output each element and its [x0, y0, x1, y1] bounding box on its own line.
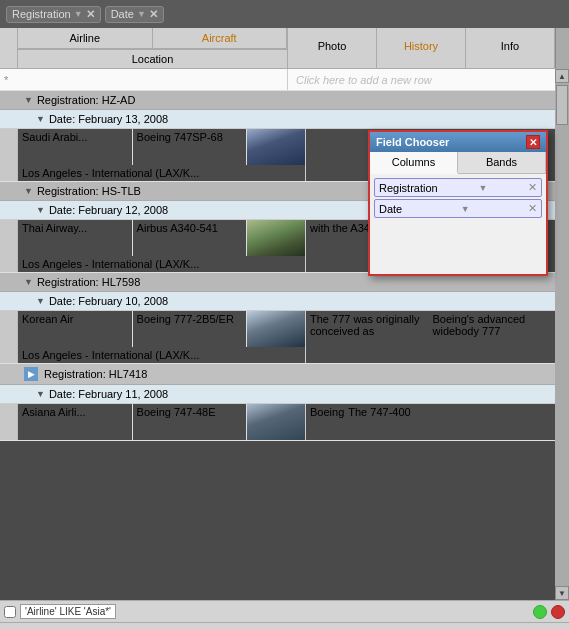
- scroll-thumb[interactable]: [556, 85, 568, 125]
- date-label-hs-tlb: Date: February 12, 2008: [49, 204, 168, 216]
- photo-header: Photo: [288, 28, 377, 68]
- vertical-scrollbar[interactable]: ▲ ▼: [555, 69, 569, 600]
- field-chooser-titlebar: Field Chooser ✕: [370, 132, 546, 152]
- aircraft-header: Aircraft: [153, 28, 288, 49]
- date-triangle-hl7418: ▼: [36, 389, 45, 399]
- aircraft-cell: Boeing 747-48E: [133, 404, 248, 440]
- location-cell: Los Angeles - International (LAX/K...: [18, 347, 305, 363]
- date-filter-arrow: ▼: [137, 9, 146, 19]
- field-chooser-close[interactable]: ✕: [526, 135, 540, 149]
- field-chooser-tabs: Columns Bands: [370, 152, 546, 174]
- registration-filter-tag[interactable]: Registration ▼ ✕: [6, 6, 101, 23]
- reg-label-hs-tlb: Registration: HS-TLB: [37, 185, 141, 197]
- date-filter-tag[interactable]: Date ▼ ✕: [105, 6, 164, 23]
- aircraft-cell: Airbus A340-541: [133, 220, 248, 256]
- field-item-registration[interactable]: Registration ▼ ✕: [374, 178, 542, 197]
- table-row: Korean Air Boeing 777-2B5/ER Los Angeles…: [0, 311, 555, 364]
- reg-label-hl7598: Registration: HL7598: [37, 276, 140, 288]
- reg-triangle-hz-ad: ▼: [24, 95, 33, 105]
- location-cell: Los Angeles - International (LAX/K...: [18, 165, 305, 181]
- tab-bands[interactable]: Bands: [458, 152, 546, 173]
- quantity-bar: Quantity 44 Filtered 44 Conditions 1: [0, 622, 569, 629]
- new-row-placeholder[interactable]: Click here to add a new row: [296, 74, 432, 86]
- field-chooser-dialog: Field Chooser ✕ Columns Bands Registrati…: [368, 130, 548, 276]
- airline-cell: Thai Airway...: [18, 220, 133, 256]
- filter-checkbox[interactable]: [4, 606, 16, 618]
- date-label-hz-ad: Date: February 13, 2008: [49, 113, 168, 125]
- table-row: Asiana Airli... Boeing 747-48E Boeing Th…: [0, 404, 555, 441]
- registration-filter-close[interactable]: ✕: [86, 8, 95, 21]
- column-headers: Airline Aircraft Location Photo History …: [0, 28, 569, 69]
- tab-columns[interactable]: Columns: [370, 152, 458, 174]
- status-green-dot: [533, 605, 547, 619]
- history-header: History: [377, 28, 466, 68]
- reg-group-hz-ad: ▼ Registration: HZ-AD: [0, 91, 555, 110]
- date-filter-label: Date: [111, 8, 134, 20]
- date-label-hl7598: Date: February 10, 2008: [49, 295, 168, 307]
- reg-triangle-hl7598: ▼: [24, 277, 33, 287]
- date-group-hz-ad: ▼ Date: February 13, 2008: [0, 110, 555, 129]
- field-name-date: Date: [379, 203, 402, 215]
- history-info-cell: Boeing The 747-400: [306, 404, 555, 440]
- aircraft-cell: Boeing 747SP-68: [133, 129, 248, 165]
- field-arrow-registration: ▼: [478, 183, 487, 193]
- location-cell: Los Angeles - International (LAX/K...: [18, 256, 305, 272]
- thumb-cell: [247, 220, 305, 256]
- airline-header: Airline: [18, 28, 153, 49]
- field-arrow-date: ▼: [461, 204, 470, 214]
- registration-filter-arrow: ▼: [74, 9, 83, 19]
- thumb-cell: [247, 404, 305, 440]
- field-name-registration: Registration: [379, 182, 438, 194]
- field-remove-date[interactable]: ✕: [528, 202, 537, 215]
- field-chooser-content: Registration ▼ ✕ Date ▼ ✕: [370, 174, 546, 274]
- expand-icon-hl7418[interactable]: ▶: [24, 367, 38, 381]
- location-header: Location: [18, 50, 287, 68]
- date-triangle-hz-ad: ▼: [36, 114, 45, 124]
- registration-filter-label: Registration: [12, 8, 71, 20]
- new-row-star: *: [4, 74, 8, 86]
- filter-expression: 'Airline' LIKE 'Asia*': [20, 604, 116, 619]
- reg-triangle-hs-tlb: ▼: [24, 186, 33, 196]
- reg-label-hz-ad: Registration: HZ-AD: [37, 94, 135, 106]
- status-bar: 'Airline' LIKE 'Asia*': [0, 600, 569, 622]
- aircraft-cell: Boeing 777-2B5/ER: [133, 311, 248, 347]
- date-filter-close[interactable]: ✕: [149, 8, 158, 21]
- airline-cell: Korean Air: [18, 311, 133, 347]
- reg-group-hl7418: ▶ Registration: HL7418: [0, 364, 555, 385]
- info-header: Info: [466, 28, 555, 68]
- date-group-hl7598: ▼ Date: February 10, 2008: [0, 292, 555, 311]
- field-remove-registration[interactable]: ✕: [528, 181, 537, 194]
- reg-label-hl7418: Registration: HL7418: [44, 368, 147, 380]
- field-chooser-title: Field Chooser: [376, 136, 449, 148]
- date-triangle-hs-tlb: ▼: [36, 205, 45, 215]
- field-item-date[interactable]: Date ▼ ✕: [374, 199, 542, 218]
- date-label-hl7418: Date: February 11, 2008: [49, 388, 168, 400]
- history-info-cell: The 777 was originally conceived as Boei…: [306, 311, 555, 363]
- airline-cell: Saudi Arabi...: [18, 129, 133, 165]
- airline-cell: Asiana Airli...: [18, 404, 133, 440]
- scroll-up-button[interactable]: ▲: [555, 69, 569, 83]
- thumb-cell: [247, 129, 305, 165]
- date-triangle-hl7598: ▼: [36, 296, 45, 306]
- date-group-hl7418: ▼ Date: February 11, 2008: [0, 385, 555, 404]
- status-red-dot[interactable]: [551, 605, 565, 619]
- filter-bar: Registration ▼ ✕ Date ▼ ✕: [0, 0, 569, 28]
- thumb-cell: [247, 311, 305, 347]
- scroll-down-button[interactable]: ▼: [555, 586, 569, 600]
